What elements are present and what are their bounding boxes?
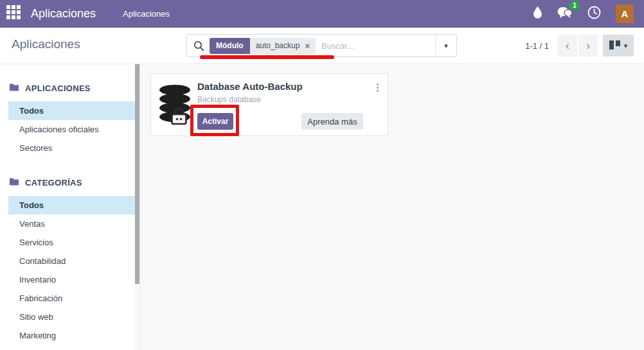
droplet-icon <box>533 6 542 21</box>
kanban-view-icon <box>609 40 620 51</box>
sidebar-item-todos-categorias[interactable]: Todos <box>8 196 135 214</box>
message-count-badge: 1 <box>569 1 580 10</box>
sidebar-scrollbar[interactable] <box>135 64 139 350</box>
messages-button[interactable]: 1 <box>557 6 573 21</box>
support-droplet-button[interactable] <box>533 6 542 21</box>
database-backup-icon <box>157 84 193 128</box>
annotation-red-rectangle <box>190 105 239 136</box>
sidebar-section-title: APLICACIONES <box>25 83 91 93</box>
facet-value-text: auto_backup <box>256 41 300 50</box>
page-title: Aplicaciones <box>12 37 80 51</box>
module-title: Database Auto-Backup <box>197 81 303 92</box>
pager-previous-button[interactable]: ‹ <box>558 35 577 57</box>
annotation-red-underline <box>200 55 334 59</box>
module-card[interactable]: Database Auto-Backup Backups database Ac… <box>150 73 388 136</box>
sidebar-item-todos-apps[interactable]: Todos <box>8 101 135 120</box>
search-icon <box>187 40 210 51</box>
apps-grid-icon <box>6 5 21 22</box>
sidebar-item-servicios[interactable]: Servicios <box>8 233 135 252</box>
pager: 1-1 / 1 ‹ › ▾ <box>525 34 634 57</box>
clock-icon <box>587 6 601 22</box>
sidebar-section-aplicaciones: APLICACIONES Todos Aplicaciones oficiale… <box>0 83 135 157</box>
sidebar-item-sitio-web[interactable]: Sitio web <box>8 308 135 326</box>
sidebar-section-header: CATEGORÍAS <box>0 177 135 188</box>
user-avatar[interactable]: A <box>616 4 634 23</box>
facet-remove-icon[interactable]: × <box>305 41 310 51</box>
module-subtitle: Backups database <box>197 95 261 104</box>
search-facet: Módulo auto_backup × <box>210 38 316 54</box>
pager-next-button[interactable]: › <box>578 35 598 57</box>
systray: 1 A <box>533 4 644 23</box>
folder-icon <box>9 177 19 188</box>
sidebar-item-ventas[interactable]: Ventas <box>8 214 135 233</box>
sidebar-section-header: APLICACIONES <box>0 83 135 93</box>
learn-more-button[interactable]: Aprenda más <box>301 113 363 130</box>
card-kebab-menu-icon[interactable] <box>375 82 380 94</box>
app-title[interactable]: Aplicaciones <box>31 7 96 21</box>
sidebar: APLICACIONES Todos Aplicaciones oficiale… <box>0 64 135 350</box>
sidebar-section-categorias: CATEGORÍAS Todos Ventas Servicios Contab… <box>0 177 135 350</box>
pager-range: 1-1 / 1 <box>525 41 549 51</box>
folder-icon <box>9 83 19 93</box>
scrollbar-thumb[interactable] <box>135 64 139 284</box>
topbar: Aplicaciones Aplicaciones 1 <box>0 0 644 28</box>
sidebar-item-inventario[interactable]: Inventario <box>8 270 135 289</box>
content-area: APLICACIONES Todos Aplicaciones oficiale… <box>0 64 644 350</box>
sidebar-item-sectores[interactable]: Sectores <box>8 139 135 157</box>
search-options-toggle[interactable]: ▾ <box>435 35 456 57</box>
search-input[interactable] <box>316 35 435 57</box>
search-bar[interactable]: Módulo auto_backup × ▾ <box>186 34 457 57</box>
menu-item-aplicaciones[interactable]: Aplicaciones <box>123 9 170 19</box>
sidebar-item-recursos-humanos[interactable]: Recursos Humanos <box>8 345 135 350</box>
apps-menu-button[interactable] <box>0 0 27 28</box>
facet-category-label: Módulo <box>210 38 250 54</box>
chevron-down-icon: ▾ <box>624 42 628 50</box>
activities-button[interactable] <box>587 6 601 22</box>
sidebar-item-marketing[interactable]: Marketing <box>8 326 135 345</box>
sidebar-item-contabilidad[interactable]: Contabilidad <box>8 252 135 270</box>
view-switcher-button[interactable]: ▾ <box>603 35 634 57</box>
sidebar-item-aplicaciones-oficiales[interactable]: Aplicaciones oficiales <box>8 120 135 139</box>
sidebar-section-title: CATEGORÍAS <box>25 178 82 188</box>
chevron-down-icon: ▾ <box>444 42 448 50</box>
sidebar-item-fabricacion[interactable]: Fabricación <box>8 289 135 308</box>
facet-value: auto_backup × <box>250 38 316 54</box>
